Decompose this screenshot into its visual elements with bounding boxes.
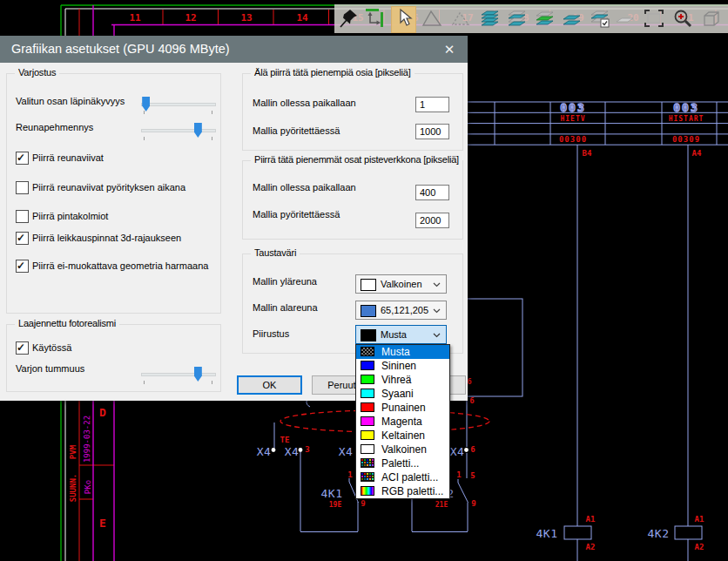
checkbox-edges-rotation[interactable]	[16, 181, 29, 194]
cad-text: PKo	[84, 480, 92, 494]
input-pc-stationary[interactable]	[415, 185, 449, 200]
color-option-valkoinen[interactable]: Valkoinen	[356, 443, 449, 456]
input-rotating[interactable]	[415, 124, 449, 139]
dialog-title: Grafiikan asetukset (GPU 4096 MByte)	[11, 36, 230, 63]
layers-green-icon[interactable]	[534, 7, 557, 30]
cad-text: HIETV	[560, 116, 585, 123]
color-option-label: RGB paletti...	[381, 484, 443, 498]
chevron-down-icon	[433, 282, 441, 287]
field-label: Mallin ollessa paikallaan	[253, 98, 356, 108]
slider-tick	[212, 137, 212, 140]
group-min-draw-label: Älä piirrä tätä pienempiä osia [pikseliä…	[251, 67, 415, 78]
color-swatch	[361, 329, 376, 341]
input-stationary[interactable]	[415, 97, 449, 112]
color-swatch	[361, 444, 374, 454]
layers-check-icon[interactable]	[589, 7, 612, 30]
group-varjostus-label: Varjostus	[15, 67, 59, 78]
cad-text: 00300	[559, 136, 587, 144]
color-option-sininen[interactable]: Sininen	[356, 359, 449, 373]
color-option-syaani[interactable]: Syaani	[356, 387, 449, 401]
cad-text: X4	[257, 446, 272, 457]
slider-edge-smoothing[interactable]	[141, 129, 216, 132]
slider-tick	[144, 381, 145, 384]
slider-tick	[212, 381, 212, 384]
group-fotorealismi: Laajennettu fotorealismi	[6, 324, 221, 392]
color-option-label: Paletti...	[381, 456, 419, 470]
cad-text: 003	[560, 102, 585, 113]
combo-value: Valkoinen	[381, 275, 422, 293]
pin-icon[interactable]	[337, 7, 361, 30]
slider-transparency[interactable]	[141, 103, 216, 106]
layer-gray-icon[interactable]	[614, 7, 637, 30]
cad-text: 6	[470, 446, 475, 454]
ok-button[interactable]: OK	[237, 375, 302, 395]
color-swatch	[361, 430, 374, 440]
checkbox-surface-triangles[interactable]	[16, 210, 29, 223]
close-icon[interactable]: ✕	[440, 36, 459, 63]
combo-drawing[interactable]: Musta	[355, 325, 447, 344]
checkbox-noneditable-gray[interactable]	[16, 260, 29, 273]
cad-text: X4	[285, 446, 300, 457]
color-option-label: Musta	[381, 345, 410, 359]
color-option-label: Punainen	[381, 401, 426, 415]
cad-text: 19E	[329, 502, 341, 509]
cad-text: X4	[339, 446, 354, 457]
cad-text: 9	[471, 500, 475, 508]
combo-label-drawing: Piirustus	[253, 328, 289, 339]
color-swatch	[361, 375, 374, 384]
combo-model-top[interactable]: Valkoinen	[355, 274, 447, 294]
cad-text: 12	[185, 13, 196, 23]
color-dropdown-list: MustaSininenVihreäSyaaniPunainenMagentaK…	[355, 344, 450, 499]
combo-label-bottom: Mallin alareuna	[253, 302, 318, 313]
cad-text: 11	[129, 13, 140, 23]
color-option-punainen[interactable]: Punainen	[356, 401, 449, 415]
cad-text: 1	[347, 471, 352, 479]
slider-label-transparency: Valitun osan läpinäkyvyys	[16, 96, 125, 106]
color-swatch	[361, 402, 374, 412]
cad-text: 13	[240, 13, 252, 23]
color-option-label: Valkoinen	[381, 443, 427, 456]
layers-all-icon[interactable]	[479, 7, 502, 30]
triangle-dashed-icon[interactable]	[449, 7, 473, 30]
checkbox-edges[interactable]	[16, 152, 29, 165]
color-option-acipaletti[interactable]: ACI paletti...	[356, 470, 449, 484]
color-swatch	[361, 305, 376, 317]
layers-mixed-icon[interactable]	[506, 7, 529, 30]
pan-icon[interactable]	[363, 7, 387, 30]
combo-model-bottom[interactable]: 65,121,205	[355, 301, 447, 320]
combo-value: Musta	[381, 326, 407, 343]
color-option-paletti[interactable]: Paletti...	[356, 456, 449, 470]
cad-text: 9	[361, 500, 365, 508]
cad-text: X4	[450, 446, 465, 457]
select-icon[interactable]	[391, 6, 416, 33]
cad-text: 3	[305, 446, 309, 454]
dialog-titlebar[interactable]: Grafiikan asetukset (GPU 4096 MByte) ✕	[0, 36, 468, 63]
color-option-musta[interactable]: Musta	[356, 345, 449, 359]
slider-label-shadow: Varjon tummuus	[16, 363, 84, 374]
checkbox-section-surfaces-label: Piirrä leikkauspinnat 3d-rajaukseen	[32, 233, 181, 243]
layers-two-icon[interactable]	[561, 7, 584, 30]
checkbox-enabled[interactable]	[16, 341, 29, 355]
color-swatch	[361, 389, 374, 398]
cad-text: 4K1	[536, 528, 558, 539]
color-option-vihre[interactable]: Vihreä	[356, 373, 449, 387]
checkbox-edges-label: Piirrä reunaviivat	[32, 152, 104, 163]
checkbox-section-surfaces[interactable]	[16, 232, 29, 245]
color-option-magenta[interactable]: Magenta	[356, 415, 449, 429]
color-option-rgbpaletti[interactable]: RGB paletti...	[356, 484, 449, 498]
zoom-in-icon[interactable]	[671, 7, 695, 30]
triangle-icon[interactable]	[421, 7, 444, 30]
color-option-keltainen[interactable]: Keltainen	[356, 429, 449, 443]
chevron-down-icon	[433, 308, 441, 314]
color-option-label: Keltainen	[381, 429, 425, 443]
field-label: Mallia pyöritettäessä	[253, 125, 340, 136]
group-varjostus: Varjostus	[6, 73, 221, 314]
cad-text: 00309	[672, 136, 700, 144]
cad-text: 5	[470, 472, 475, 480]
input-pc-rotating[interactable]	[415, 213, 449, 228]
slider-shadow[interactable]	[141, 373, 216, 376]
cad-text: 6	[469, 397, 474, 405]
cube-icon[interactable]	[700, 7, 724, 30]
select-region-icon[interactable]	[643, 7, 666, 30]
color-swatch	[361, 472, 374, 482]
